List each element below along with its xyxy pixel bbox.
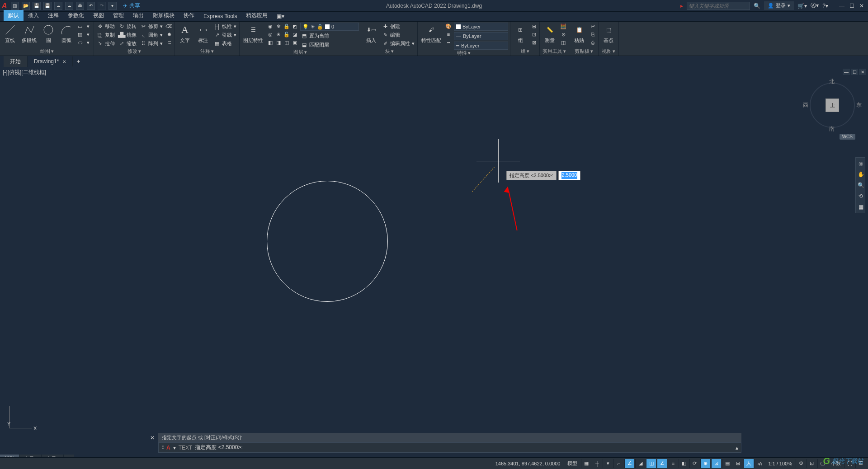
linear-button[interactable]: ├┤线性 ▾ (213, 23, 237, 30)
stretch-button[interactable]: ⇲拉伸 (96, 40, 116, 47)
leader-button[interactable]: ↗引线 ▾ (213, 31, 237, 39)
erase-icon[interactable]: ⌫ (165, 23, 173, 30)
block-insert-button[interactable]: ⬇▭插入 (363, 23, 379, 45)
layer-thaw-icon[interactable]: ☀ (275, 31, 282, 38)
nav-zoom-icon[interactable]: 🔍 (857, 181, 865, 189)
chevron-down-icon[interactable]: ▾ (613, 48, 615, 54)
a360-icon[interactable]: Ⓐ▾ (811, 2, 819, 9)
chevron-down-icon[interactable]: ▾ (590, 48, 593, 54)
command-drag-handle-icon[interactable]: ⠿ (161, 445, 164, 450)
status-osnap-icon[interactable]: ◫ (646, 459, 656, 468)
offset-icon[interactable]: ⊆ (165, 39, 173, 46)
array-button[interactable]: ⠿阵列 ▾ (139, 40, 164, 47)
copy-button[interactable]: ⿻复制 (96, 31, 116, 39)
measure-button[interactable]: 📏测量 (542, 23, 558, 45)
search-input[interactable] (687, 2, 750, 10)
rect-icon[interactable]: ▭ (76, 23, 84, 30)
ribbon-tab-addins[interactable]: 附加模块 (148, 10, 179, 21)
arc-button[interactable]: 圆弧 (58, 23, 75, 45)
vp-close-icon[interactable]: ✕ (859, 69, 866, 75)
make-current-button[interactable]: ⬒置为当前 (300, 32, 359, 40)
layer-on-icon[interactable]: ◎ (267, 31, 274, 38)
chevron-down-icon[interactable]: ▾ (85, 31, 92, 38)
nav-orbit-icon[interactable]: ⟲ (857, 192, 865, 200)
close-button[interactable]: ✕ (857, 2, 866, 9)
command-close-icon[interactable]: ✕ (150, 435, 155, 441)
help-icon[interactable]: ?▾ (822, 3, 828, 9)
group-button[interactable]: ⊞组 (512, 23, 528, 45)
paste-button[interactable]: 📋粘贴 (571, 23, 587, 45)
status-scale[interactable]: 1:1 / 100% (765, 461, 795, 466)
status-lineweight-icon[interactable]: ≡ (668, 459, 678, 468)
drawing-viewport[interactable]: [-][俯视][二维线框] — ☐ ✕ 上 北 南 西 东 WCS ◎ ✋ 🔍 … (0, 67, 868, 455)
vp-minimize-icon[interactable]: — (843, 69, 850, 75)
ribbon-tab-featured[interactable]: 精选应用 (241, 10, 272, 21)
layer-misc2-icon[interactable]: ◨ (275, 39, 282, 46)
color-picker-icon[interactable]: 🎨 (445, 23, 452, 30)
status-model-button[interactable]: 模型 (565, 460, 580, 467)
minimize-button[interactable]: — (837, 2, 846, 9)
polyline-button[interactable]: 多段线 (20, 23, 38, 45)
line-button[interactable]: 直线 (2, 23, 18, 45)
viewcube-north[interactable]: 北 (829, 78, 835, 85)
status-polar-icon[interactable]: ∠ (624, 459, 634, 468)
chevron-down-icon[interactable]: ▾ (51, 48, 54, 54)
status-workspace-icon[interactable]: ⊡ (807, 459, 816, 468)
fillet-button[interactable]: ◟圆角 ▾ (139, 31, 164, 39)
layer-props-button[interactable]: ☰图层特性 (241, 23, 265, 45)
chevron-down-icon[interactable]: ▾ (173, 445, 176, 451)
layer-iso-icon[interactable]: ◩ (291, 23, 298, 30)
dynamic-input-field[interactable]: 2.5000 (558, 171, 581, 180)
chevron-down-icon[interactable]: ▾ (527, 48, 529, 54)
qat-dropdown-icon[interactable]: ▾ (108, 2, 117, 10)
layer-misc3-icon[interactable]: ◫ (283, 39, 290, 46)
status-infer-icon[interactable]: ▾ (603, 459, 613, 468)
select-icon[interactable]: ◫ (560, 39, 567, 46)
chevron-down-icon[interactable]: ▾ (391, 48, 394, 54)
mirror-button[interactable]: ▟▙镜像 (118, 31, 137, 39)
doc-tab-drawing1[interactable]: Drawing1*✕ (28, 56, 73, 66)
status-quickprops-icon[interactable]: ▤ (722, 459, 732, 468)
layer-freeze-icon[interactable]: ❄ (275, 23, 282, 30)
qat-plot-icon[interactable]: 🖶 (76, 2, 84, 10)
chevron-down-icon[interactable]: ▾ (468, 50, 471, 56)
vp-maximize-icon[interactable]: ☐ (851, 69, 858, 75)
linetype-icon[interactable]: ┅ (445, 39, 452, 46)
color-combo[interactable]: ByLayer (454, 23, 508, 31)
status-otrack-icon[interactable]: ∠ (657, 459, 667, 468)
block-create-button[interactable]: ✚创建 (381, 23, 415, 30)
qat-saveas-icon[interactable]: 💾 (43, 2, 52, 10)
group-edit-icon[interactable]: ⊡ (530, 31, 538, 38)
ribbon-tab-manage[interactable]: 管理 (108, 10, 128, 21)
group-sel-icon[interactable]: ⊠ (530, 39, 538, 46)
chevron-down-icon[interactable]: ▾ (304, 49, 307, 55)
command-text-input[interactable] (245, 445, 733, 450)
exchange-icon[interactable]: 🛒▾ (797, 3, 807, 9)
layer-misc4-icon[interactable]: ▣ (291, 39, 298, 46)
ribbon-tab-default[interactable]: 默认 (4, 10, 24, 21)
ellipse-icon[interactable]: ⬭ (76, 39, 84, 46)
status-selection-icon[interactable]: ⊞ (733, 459, 743, 468)
qat-undo-icon[interactable]: ↶ (87, 2, 95, 10)
maximize-button[interactable]: ☐ (847, 2, 856, 9)
linetype-combo[interactable]: ━ByLayer (454, 42, 508, 50)
status-annoscale-icon[interactable]: 🗚 (755, 459, 764, 468)
ribbon-tab-insert[interactable]: 插入 (24, 10, 43, 21)
status-gear-icon[interactable]: ⚙ (796, 459, 806, 468)
chevron-down-icon[interactable]: ▾ (211, 48, 214, 54)
copy-clip-icon[interactable]: ⎘ (589, 31, 596, 38)
status-dyn-icon[interactable]: ⊕ (700, 459, 710, 468)
viewcube-west[interactable]: 西 (803, 101, 808, 109)
doc-tab-start[interactable]: 开始 (4, 56, 28, 67)
move-button[interactable]: ✥移动 (96, 23, 116, 30)
qat-new-icon[interactable]: ▥ (11, 2, 19, 10)
share-button[interactable]: ✈ 共享 (123, 2, 140, 9)
ungroup-icon[interactable]: ⊟ (530, 23, 538, 30)
paste-special-icon[interactable]: ⎙ (589, 39, 596, 46)
layer-off-icon[interactable]: ◉ (267, 23, 274, 30)
login-button[interactable]: 👤 登录 ▾ (764, 1, 794, 10)
qat-saveweb-icon[interactable]: ☁ (65, 2, 73, 10)
circle-button[interactable]: 圆 (40, 23, 57, 45)
block-editattr-button[interactable]: ✐编辑属性 ▾ (381, 40, 415, 47)
status-grid-icon[interactable]: ▦ (581, 459, 591, 468)
